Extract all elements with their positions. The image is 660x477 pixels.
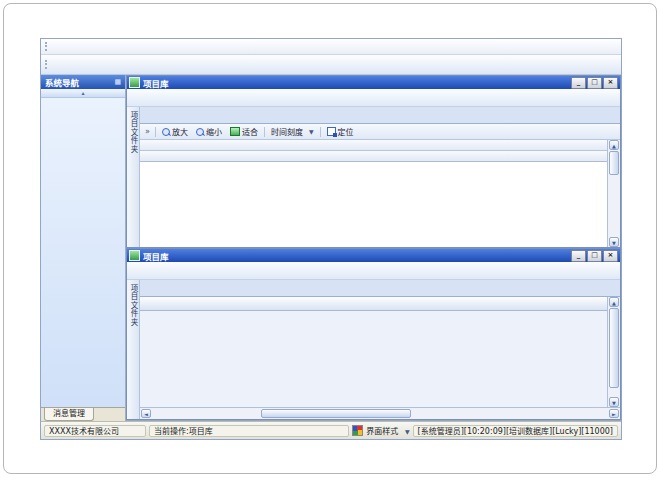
table-horizontal-scrollbar[interactable]: ◄ ► xyxy=(140,407,620,419)
menubar-grip xyxy=(45,42,49,51)
project-folder-side-tab[interactable]: 项目文件夹 xyxy=(127,280,140,419)
fit-button[interactable]: 适合 xyxy=(226,126,262,137)
gantt-vertical-scrollbar[interactable]: ▲ ▼ xyxy=(607,140,620,247)
scroll-thumb[interactable] xyxy=(261,409,411,418)
scroll-up-icon[interactable]: ▲ xyxy=(609,297,619,307)
sidebar-collapse-strip[interactable]: ▴ xyxy=(41,89,125,98)
scroll-down-icon[interactable]: ▼ xyxy=(609,397,619,407)
main-toolbar xyxy=(41,55,621,75)
sidebar-options-icon[interactable]: ▦ xyxy=(114,78,121,86)
table-window-titlebar[interactable]: 项目库 _ □ × xyxy=(127,249,620,262)
project-folder-side-tab[interactable]: 项目文件夹 xyxy=(127,107,140,247)
minimize-icon[interactable]: _ xyxy=(571,250,586,262)
app-window: 系统导航 ▦ ▴ 消息管理 项目库 _ □ × xyxy=(40,38,622,440)
magnifier-plus-icon xyxy=(162,128,170,136)
close-icon[interactable]: × xyxy=(603,250,618,262)
window-icon xyxy=(129,77,140,88)
window-title: 项目库 xyxy=(143,250,169,262)
chevron-down-icon: ▼ xyxy=(309,128,314,135)
toolbar-overflow-icon[interactable]: » xyxy=(145,127,150,136)
sidebar-title: 系统导航 ▦ xyxy=(41,75,125,89)
fit-icon xyxy=(230,127,240,136)
gantt-month-header xyxy=(140,140,607,151)
main-area: 系统导航 ▦ ▴ 消息管理 项目库 _ □ × xyxy=(41,75,621,421)
project-library-gantt-window: 项目库 _ □ × 项目文件夹 » 放大 xyxy=(126,75,621,248)
table-header xyxy=(140,297,607,311)
table-vertical-scrollbar[interactable]: ▲ ▼ xyxy=(607,297,620,407)
scroll-left-icon[interactable]: ◄ xyxy=(141,409,151,418)
table-window-tabs xyxy=(140,280,620,297)
maximize-icon[interactable]: □ xyxy=(587,77,602,89)
maximize-icon[interactable]: □ xyxy=(587,250,602,262)
mdi-area: 项目库 _ □ × 项目文件夹 » 放大 xyxy=(126,75,621,421)
filter-bar xyxy=(127,89,620,107)
interface-style-button[interactable]: 界面样式 ▼ xyxy=(366,425,409,436)
chevron-down-icon: ▼ xyxy=(405,428,410,435)
time-scale-button[interactable]: 时间刻度▼ xyxy=(267,126,318,137)
zoom-out-button[interactable]: 缩小 xyxy=(192,126,226,137)
scroll-thumb[interactable] xyxy=(609,151,619,175)
gantt-window-tabs xyxy=(140,107,620,124)
gantt-chart[interactable] xyxy=(140,162,607,247)
menu-bar xyxy=(41,39,621,55)
locate-button[interactable]: 定位 xyxy=(323,126,358,137)
gantt-toolbar: » 放大 缩小 适合 时间刻度▼ 定位 xyxy=(140,124,620,140)
gantt-window-titlebar[interactable]: 项目库 _ □ × xyxy=(127,76,620,89)
style-palette-icon xyxy=(352,425,363,436)
company-label: XXXX技术有限公司 xyxy=(44,425,146,437)
gantt-day-header xyxy=(140,151,607,162)
scroll-right-icon[interactable]: ► xyxy=(609,409,619,418)
magnifier-minus-icon xyxy=(196,128,204,136)
project-library-progress-window: 项目库 _ □ × 项目文件夹 xyxy=(126,248,621,420)
session-info: [系统管理员][10:20:09][培训数据库][Lucky][11000] xyxy=(413,425,618,437)
close-icon[interactable]: × xyxy=(603,77,618,89)
scroll-down-icon[interactable]: ▼ xyxy=(609,237,619,247)
window-title: 项目库 xyxy=(143,77,169,89)
scroll-up-icon[interactable]: ▲ xyxy=(609,140,619,150)
status-bar: XXXX技术有限公司 当前操作:项目库 界面样式 ▼ [系统管理员][10:20… xyxy=(41,421,621,439)
locate-icon xyxy=(327,127,336,136)
current-operation-label: 当前操作:项目库 xyxy=(149,425,349,437)
minimize-icon[interactable]: _ xyxy=(571,77,586,89)
zoom-in-button[interactable]: 放大 xyxy=(158,126,192,137)
sidebar-bottom-tabs: 消息管理 xyxy=(41,407,125,421)
sidebar: 系统导航 ▦ ▴ 消息管理 xyxy=(41,75,126,421)
window-icon xyxy=(129,250,140,261)
scroll-thumb[interactable] xyxy=(609,308,619,388)
sidebar-title-label: 系统导航 xyxy=(45,76,79,88)
toolbar-grip xyxy=(45,60,49,69)
tab-message-management[interactable]: 消息管理 xyxy=(44,408,94,421)
filter-bar xyxy=(127,262,620,280)
sidebar-sections xyxy=(41,98,125,407)
